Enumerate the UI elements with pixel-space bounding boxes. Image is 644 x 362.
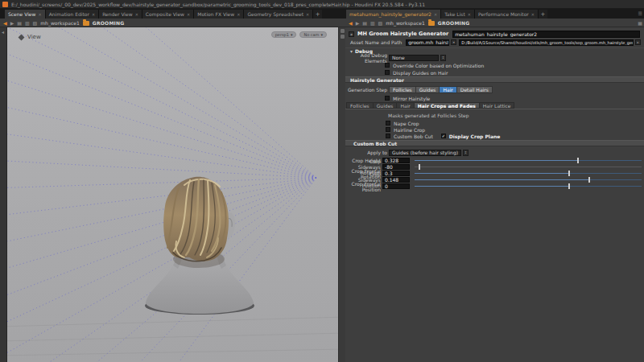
pane-tab-take-list[interactable]: Take List✕ xyxy=(441,10,475,19)
slider-handle[interactable] xyxy=(577,158,579,163)
slider-handle[interactable] xyxy=(568,183,570,189)
asset-label: Asset Name and Path xyxy=(350,39,402,45)
menu-stepper-icon[interactable]: ↕ xyxy=(463,150,469,156)
forward-arrow-icon[interactable]: ▶ xyxy=(356,20,360,26)
slider-track[interactable] xyxy=(415,164,642,170)
chevron-down-icon: ▾ xyxy=(291,32,293,37)
generation-step-hair[interactable]: Hair xyxy=(440,86,456,93)
folder-tab-hair[interactable]: Hair xyxy=(397,102,414,109)
asset-menu-icon[interactable]: ▾ xyxy=(451,39,456,45)
tab-close-icon[interactable]: ✕ xyxy=(92,12,95,17)
tab-close-icon[interactable]: ✕ xyxy=(135,12,138,17)
context-label[interactable]: GROOMING xyxy=(438,20,470,26)
view-cube-icon xyxy=(19,34,25,40)
pane-tab-render-view[interactable]: Render View✕ xyxy=(99,10,142,19)
node-type-icon[interactable]: ◈ xyxy=(349,31,354,37)
slider-track[interactable] xyxy=(415,171,642,176)
folder-tab-hair-lattice[interactable]: Hair Lattice xyxy=(480,102,515,109)
tab-close-icon[interactable]: ✕ xyxy=(38,12,41,17)
tab-close-icon[interactable]: ✕ xyxy=(531,12,535,17)
debug-group-header[interactable]: ▾ Debug xyxy=(345,47,644,54)
left-path-bar: ◀ ▶ ▤ ▥ ▧ mh_workspace1 GROOMING xyxy=(0,19,124,27)
asset-path-field[interactable]: D:/Build/A/1Source/Shared/houdini/otls/m… xyxy=(459,39,634,46)
override-color-row: Override Color based on Optimization xyxy=(345,62,644,68)
slider-value-field[interactable]: 0.148 xyxy=(382,177,410,183)
persp-view-pill[interactable]: persp1▾ xyxy=(271,31,297,38)
generation-step-guides[interactable]: Guides xyxy=(416,86,440,93)
slider-value-field[interactable]: 0.3 xyxy=(382,171,410,176)
camera-select-pill[interactable]: No cam▾ xyxy=(299,31,327,38)
tab-close-icon[interactable]: ✕ xyxy=(187,12,190,17)
slider-track[interactable] xyxy=(415,183,642,189)
custom-bob-cut-checkbox[interactable] xyxy=(386,134,390,138)
pane-menu-icon[interactable]: ☰ xyxy=(638,10,642,17)
slider-track[interactable] xyxy=(415,177,642,183)
pin-icon[interactable]: ▤ xyxy=(362,20,367,26)
layout-icon[interactable]: ▦ xyxy=(638,20,642,27)
nape-crop-checkbox[interactable] xyxy=(386,121,390,125)
list-icon[interactable]: ▥ xyxy=(25,20,30,26)
back-arrow-icon[interactable]: ◀ xyxy=(349,20,353,26)
slider-handle[interactable] xyxy=(419,164,420,170)
slider-row-crop-frontal-position: Crop Frontal Position0 xyxy=(345,183,644,189)
workspace-label[interactable]: mh_workspace1 xyxy=(40,20,80,26)
asset-name-field[interactable]: groom.mh_hairstyle_gen... xyxy=(406,39,449,46)
viewport-tool-icon[interactable] xyxy=(341,29,345,33)
tab-close-icon[interactable]: ✕ xyxy=(237,12,240,17)
pane-tab-animation-editor[interactable]: Animation Editor✕ xyxy=(46,10,99,19)
pane-tab-metahuman-hairstyle-generator2[interactable]: metahuman_hairstyle_generator2✕ xyxy=(346,10,441,19)
display-crop-plane-checkbox[interactable]: ✓ xyxy=(441,134,446,138)
pane-tab-composite-view[interactable]: Composite View✕ xyxy=(142,10,194,19)
forward-arrow-icon[interactable]: ▶ xyxy=(10,20,14,26)
slider-row-crop-sideways-position: Crop Sideways Position0.148 xyxy=(345,177,644,183)
custom-bob-cut-section-bar[interactable]: Custom Bob Cut xyxy=(345,140,644,146)
folder-tab-hair-crops-and-fades[interactable]: Hair Crops and Fades xyxy=(415,102,480,109)
slider-value-field[interactable]: -80 xyxy=(382,164,410,170)
list-icon[interactable]: ▥ xyxy=(370,20,375,26)
left-toolbar-strip: ◂ xyxy=(0,27,7,362)
hairline-crop-checkbox[interactable] xyxy=(386,127,390,132)
slider-track[interactable] xyxy=(415,158,642,163)
apply-to-dropdown[interactable]: Guides (before hair styling) xyxy=(389,150,461,156)
workspace-label[interactable]: mh_workspace1 xyxy=(386,20,425,26)
apply-to-label: Apply to xyxy=(345,150,387,155)
houdini-logo-icon xyxy=(2,2,8,7)
node-name-input[interactable]: metahuman_hairstyle_generator2 xyxy=(452,31,640,38)
pane-tab-motion-fx-view[interactable]: Motion FX View✕ xyxy=(194,10,244,19)
asset-row: Asset Name and Path groom.mh_hairstyle_g… xyxy=(345,39,644,46)
pane-tab-scene-view[interactable]: Scene View✕ xyxy=(5,10,46,19)
folder-tab-follicles[interactable]: Follicles xyxy=(346,102,374,109)
new-tab-button[interactable]: + xyxy=(539,10,547,19)
mirror-hairstyle-checkbox[interactable] xyxy=(385,96,390,101)
tab-close-icon[interactable]: ✕ xyxy=(468,12,471,17)
masks-note-label: Masks generated at Follicles Step xyxy=(388,113,469,118)
new-tab-button[interactable]: + xyxy=(313,10,322,19)
generation-step-detail-hairs[interactable]: Detail Hairs xyxy=(457,86,493,93)
file-chooser-icon[interactable]: ▸ xyxy=(635,39,641,45)
pin-icon[interactable]: ▤ xyxy=(17,20,22,26)
slider-value-field[interactable]: 0 xyxy=(382,183,410,189)
pane-tab-geometry-spreadsheet[interactable]: Geometry Spreadsheet✕ xyxy=(244,10,313,19)
tab-close-icon[interactable]: ✕ xyxy=(434,12,437,17)
hairstyle-generator-section-bar[interactable]: Hairstyle Generator xyxy=(345,76,644,83)
folder-icon xyxy=(428,21,435,26)
back-arrow-icon[interactable]: ◀ xyxy=(3,20,7,26)
pane-tab-performance-monitor[interactable]: Performance Monitor✕ xyxy=(475,10,539,19)
scene-viewport[interactable]: View persp1▾ No cam▾ xyxy=(7,27,338,362)
slider-value-field[interactable]: 0.328 xyxy=(382,158,410,163)
add-debug-elements-dropdown[interactable]: None xyxy=(389,55,439,61)
display-guides-checkbox[interactable] xyxy=(385,70,390,75)
display-guides-row: Display Guides on Hair xyxy=(345,69,644,76)
override-color-label: Override Color based on Optimization xyxy=(393,63,484,68)
menu-stepper-icon[interactable]: ↕ xyxy=(440,55,446,61)
generation-step-follicles[interactable]: Follicles xyxy=(389,86,416,93)
override-color-checkbox[interactable] xyxy=(385,63,390,68)
folder-tab-guides[interactable]: Guides xyxy=(374,102,398,109)
slider-handle[interactable] xyxy=(588,177,590,183)
tab-close-icon[interactable]: ✕ xyxy=(306,12,309,17)
folder-icon xyxy=(83,21,89,26)
collapse-arrow-icon[interactable]: ◂ xyxy=(2,29,4,35)
context-label[interactable]: GROOMING xyxy=(93,20,125,26)
viewport-tool-icon[interactable] xyxy=(341,35,345,39)
slider-handle[interactable] xyxy=(568,171,570,176)
